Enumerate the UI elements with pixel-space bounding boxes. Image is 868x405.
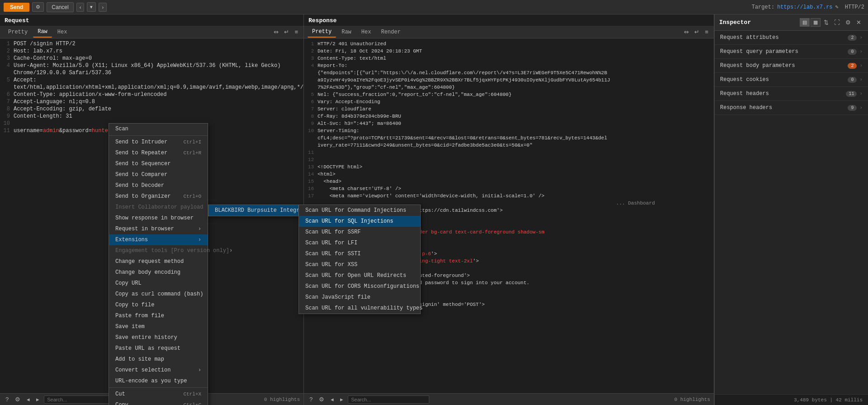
inspector-request-cookies[interactable]: Request cookies 0 › [715, 73, 868, 87]
request-highlights: 0 highlights [264, 397, 300, 402]
ctx-scan[interactable]: Scan [109, 124, 208, 134]
ctx-save-item[interactable]: Save item [109, 321, 208, 332]
request-tabs: Pretty Raw Hex ⇔ ↵ ≡ [0, 26, 304, 38]
ctx-copy[interactable]: Copy Ctrl+C [109, 400, 208, 405]
ctx-send-decoder[interactable]: Send to Decoder [109, 180, 208, 191]
tab-request-hex[interactable]: Hex [53, 27, 72, 37]
ctx-paste-url-as-request[interactable]: Paste URL as request [109, 343, 208, 354]
ctx-send-sequencer[interactable]: Send to Sequencer [109, 158, 208, 169]
ctx-send-comparer[interactable]: Send to Comparer [109, 169, 208, 180]
response-highlights: 0 highlights [674, 397, 710, 402]
request-view-menu[interactable]: ≡ [293, 28, 300, 36]
inspector-section-right: 0 › [848, 49, 863, 55]
request-nav-fwd-btn[interactable]: ▸ [34, 395, 41, 404]
code-line: 4 User-Agent: Mozilla/5.0 (X11; Linux x8… [0, 62, 304, 69]
nav-forward-button[interactable]: › [99, 3, 107, 12]
inspector-section-label: Request headers [720, 91, 769, 97]
ctx-change-body-encoding[interactable]: Change body encoding [109, 267, 208, 278]
response-nav-fwd-btn[interactable]: ▸ [338, 395, 345, 404]
extensions-submenu-container: BLACKBIRD Burpsuite Integration › Scan U… [208, 205, 299, 216]
inspector-header: Inspector ▤ ▦ ⇅ ⛶ ⚙ ✕ [715, 14, 868, 31]
ctx-scan-sql-injections[interactable]: Scan URL for SQL Injections [299, 216, 420, 227]
ctx-scan-all-vuln[interactable]: Scan URL for all vulnerability types [299, 303, 420, 314]
inspector-expand-btn[interactable]: ⛶ [832, 18, 842, 27]
response-nav-back-btn[interactable]: ◂ [329, 395, 336, 404]
ctx-blackbird[interactable]: BLACKBIRD Burpsuite Integration › [209, 205, 298, 216]
request-settings-btn[interactable]: ⚙ [13, 395, 22, 404]
ctx-url-encode-as-you-type[interactable]: URL-encode as you type [109, 376, 208, 386]
inspector-close-btn[interactable]: ✕ [854, 18, 863, 27]
ctx-sep2 [109, 387, 208, 388]
ctx-show-response-browser[interactable]: Show response in browser [109, 213, 208, 224]
inspector-request-headers[interactable]: Request headers 11 › [715, 87, 868, 101]
chevron-down-icon: › [859, 77, 863, 82]
send-button[interactable]: Send [4, 3, 29, 12]
ctx-copy-curl[interactable]: Copy as curl command (bash) [109, 289, 208, 300]
ctx-scan-cors[interactable]: Scan URL for CORS Misconfigurations [299, 281, 420, 292]
ctx-add-to-site-map[interactable]: Add to site map [109, 354, 208, 365]
tab-request-pretty[interactable]: Pretty [4, 27, 32, 37]
extensions-submenu: BLACKBIRD Burpsuite Integration › [208, 205, 299, 216]
cancel-button[interactable]: Cancel [47, 2, 73, 12]
ctx-scan-ssti[interactable]: Scan URL for SSTI [299, 248, 420, 259]
nav-back-button[interactable]: ‹ [76, 3, 85, 12]
inspector-response-headers[interactable]: Response headers 9 › [715, 101, 868, 115]
inspector-badge-body: 2 [848, 63, 857, 69]
response-help-btn[interactable]: ? [308, 395, 314, 404]
tab-response-hex[interactable]: Hex [357, 27, 376, 37]
ctx-paste-from-file[interactable]: Paste from file [109, 310, 208, 321]
inspector-tab-btn-1[interactable]: ▤ [800, 18, 810, 27]
inspector-tab-btn-2[interactable]: ▦ [811, 18, 821, 27]
ctx-send-intruder[interactable]: Send to Intruder Ctrl+I [109, 137, 208, 148]
ctx-save-entire-history[interactable]: Save entire history [109, 332, 208, 343]
ctx-request-in-browser[interactable]: Request in browser › [109, 224, 208, 234]
inspector-settings-btn[interactable]: ⚙ [843, 18, 853, 27]
tab-response-pretty[interactable]: Pretty [308, 27, 336, 38]
tab-response-render[interactable]: Render [376, 27, 405, 37]
request-nav-back-btn[interactable]: ◂ [25, 395, 32, 404]
inspector-sort-btn[interactable]: ⇅ [821, 18, 831, 27]
ctx-send-organizer[interactable]: Send to Organizer Ctrl+O [109, 191, 208, 202]
ctx-engagement-tools: Engagement tools [Pro version only] › [109, 245, 208, 256]
inspector-request-body-params[interactable]: Request body parameters 2 › [715, 59, 868, 73]
top-bar: Send ⚙ Cancel ‹ ▾ › Target: https://lab.… [0, 0, 868, 14]
edit-icon[interactable]: ✎ [835, 4, 839, 10]
tab-response-raw[interactable]: Raw [337, 27, 356, 37]
ctx-scan-lfi[interactable]: Scan URL for LFI [299, 238, 420, 248]
settings-button[interactable]: ⚙ [32, 2, 44, 12]
inspector-section-right: 0 › [848, 77, 863, 83]
response-view-newline[interactable]: ↵ [693, 28, 701, 36]
request-view-wrap[interactable]: ⇔ [272, 28, 280, 36]
response-bottom-bar: ? ⚙ ◂ ▸ 0 highlights [304, 393, 714, 405]
chevron-down-icon: › [859, 105, 863, 110]
ctx-copy-to-file[interactable]: Copy to file [109, 300, 208, 310]
blackbird-submenu: Scan URL for Command Injections Scan URL… [299, 205, 421, 314]
request-help-btn[interactable]: ? [4, 395, 10, 404]
code-line: 6 Content-Type: application/x-www-form-u… [0, 91, 304, 98]
ctx-scan-javascript[interactable]: Scan JavaScript file [299, 292, 420, 303]
response-search-input[interactable] [348, 395, 429, 404]
response-view-menu[interactable]: ≡ [703, 28, 710, 36]
response-title: Response [304, 14, 714, 26]
ctx-extensions[interactable]: Extensions › [109, 234, 208, 245]
ctx-change-request-method[interactable]: Change request method [109, 256, 208, 267]
inspector-request-attributes[interactable]: Request attributes 2 › [715, 31, 868, 45]
response-tab-controls: ⇔ ↵ ≡ [682, 28, 710, 36]
tab-request-raw[interactable]: Raw [33, 27, 52, 38]
ctx-convert-selection[interactable]: Convert selection › [109, 365, 208, 376]
ctx-send-repeater[interactable]: Send to Repeater Ctrl+R [109, 148, 208, 158]
ctx-scan-command-injections[interactable]: Scan URL for Command Injections [299, 205, 420, 216]
response-settings-btn[interactable]: ⚙ [317, 395, 326, 404]
ctx-scan-xss[interactable]: Scan URL for XSS [299, 259, 420, 270]
nav-dropdown-button[interactable]: ▾ [87, 2, 96, 12]
ctx-copy-url[interactable]: Copy URL [109, 278, 208, 289]
response-view-wrap[interactable]: ⇔ [682, 28, 691, 36]
target-url[interactable]: https://lab.x7.rs [777, 4, 832, 10]
ctx-scan-ssrf[interactable]: Scan URL for SSRF [299, 227, 420, 238]
inspector-controls: ▤ ▦ ⇅ ⛶ ⚙ ✕ [800, 18, 863, 27]
http-version: HTTP/2 [845, 4, 864, 10]
ctx-scan-open-url-redirects[interactable]: Scan URL for Open URL Redirects [299, 270, 420, 281]
inspector-request-query-params[interactable]: Request query parameters 0 › [715, 45, 868, 59]
request-view-newline[interactable]: ↵ [282, 28, 291, 36]
ctx-cut[interactable]: Cut Ctrl+X [109, 389, 208, 400]
